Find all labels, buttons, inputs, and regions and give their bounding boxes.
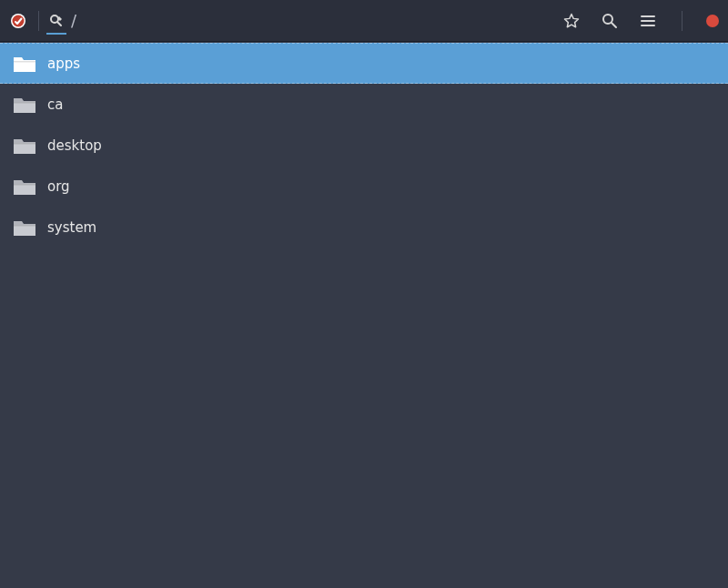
search-icon[interactable] bbox=[600, 11, 620, 31]
star-icon[interactable] bbox=[561, 11, 581, 31]
svg-line-5 bbox=[612, 23, 616, 27]
header-bar: / bbox=[0, 0, 728, 42]
folder-row-system[interactable]: system bbox=[0, 207, 728, 248]
hamburger-icon[interactable] bbox=[638, 11, 658, 31]
folder-icon bbox=[13, 177, 36, 197]
folder-label: system bbox=[47, 219, 96, 236]
search-edit-icon[interactable] bbox=[46, 15, 66, 35]
folder-icon bbox=[13, 95, 36, 115]
folder-icon bbox=[13, 136, 36, 156]
folder-row-ca[interactable]: ca bbox=[0, 84, 728, 125]
header-divider bbox=[38, 11, 39, 31]
svg-rect-9 bbox=[14, 61, 35, 63]
svg-rect-10 bbox=[14, 102, 35, 104]
svg-rect-13 bbox=[14, 225, 35, 227]
folder-row-desktop[interactable]: desktop bbox=[0, 125, 728, 166]
svg-rect-12 bbox=[14, 184, 35, 186]
folder-list: apps ca desktop org system bbox=[0, 42, 728, 248]
folder-label: apps bbox=[47, 56, 80, 72]
folder-row-org[interactable]: org bbox=[0, 166, 728, 207]
folder-row-apps[interactable]: apps bbox=[0, 43, 728, 84]
breadcrumb-section: / bbox=[45, 7, 78, 35]
folder-icon bbox=[13, 218, 36, 238]
folder-icon bbox=[13, 54, 36, 74]
svg-rect-11 bbox=[14, 143, 35, 145]
close-icon[interactable] bbox=[706, 15, 719, 27]
header-divider-right bbox=[682, 11, 682, 31]
header-right bbox=[561, 11, 719, 31]
folder-label: ca bbox=[47, 96, 63, 113]
svg-line-3 bbox=[57, 22, 61, 25]
header-left: / bbox=[9, 7, 78, 35]
folder-label: desktop bbox=[47, 137, 102, 154]
breadcrumb-path[interactable]: / bbox=[71, 11, 76, 30]
folder-label: org bbox=[47, 178, 70, 195]
svg-point-1 bbox=[13, 15, 25, 26]
dconf-editor-icon[interactable] bbox=[9, 12, 27, 30]
